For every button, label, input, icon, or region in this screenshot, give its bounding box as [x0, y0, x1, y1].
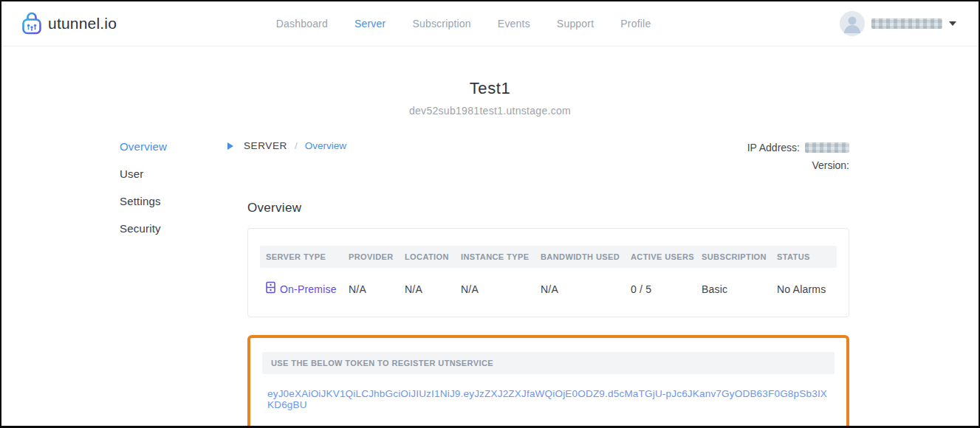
- nav-item-dashboard[interactable]: Dashboard: [276, 18, 328, 30]
- content-area: Overview User Settings Security SERVER /…: [1, 139, 979, 428]
- chevron-down-icon: [949, 21, 956, 26]
- nav-item-events[interactable]: Events: [498, 18, 530, 30]
- provider-value: N/A: [349, 283, 405, 295]
- col-server-type: SERVER TYPE: [266, 252, 349, 261]
- registration-token[interactable]: eyJ0eXAiOiJKV1QiLCJhbGciOiJIUzI1NiJ9.eyJ…: [262, 388, 835, 410]
- col-active-users: ACTIVE USERS: [631, 252, 702, 261]
- main-nav: Dashboard Server Subscription Events Sup…: [87, 18, 840, 30]
- ip-address-label: IP Address:: [747, 139, 800, 156]
- overview-heading: Overview: [247, 201, 849, 215]
- breadcrumb-current[interactable]: Overview: [305, 140, 346, 151]
- user-avatar: [840, 11, 865, 36]
- version-label: Version:: [812, 156, 849, 174]
- main-column: SERVER / Overview IP Address: Version: O…: [227, 139, 849, 428]
- sidebar-item-security[interactable]: Security: [120, 222, 227, 235]
- token-box-heading: USE THE BELOW TOKEN TO REGISTER UTNSERVI…: [262, 352, 835, 374]
- table-row: On-Premise N/A N/A N/A N/A 0 / 5 Basic N…: [260, 268, 837, 297]
- server-meta: IP Address: Version:: [747, 139, 849, 174]
- table-header-row: SERVER TYPE PROVIDER LOCATION INSTANCE T…: [260, 246, 837, 268]
- sidebar-item-settings[interactable]: Settings: [120, 195, 227, 207]
- breadcrumb: SERVER / Overview: [227, 139, 346, 151]
- nav-item-support[interactable]: Support: [557, 18, 594, 30]
- col-status: STATUS: [777, 252, 831, 261]
- utnservice-token-box: USE THE BELOW TOKEN TO REGISTER UTNSERVI…: [247, 335, 849, 428]
- page-head: Test1 dev52sub1981test1.utnstage.com: [1, 79, 979, 117]
- active-users-value: 0 / 5: [631, 283, 702, 295]
- utunnel-lock-icon: [21, 10, 43, 38]
- instance-type-value: N/A: [461, 283, 541, 295]
- breadcrumb-separator: /: [295, 140, 298, 151]
- sidebar-item-user[interactable]: User: [120, 168, 227, 180]
- app-window: utunnel.io Dashboard Server Subscription…: [0, 0, 980, 428]
- location-value: N/A: [405, 283, 461, 295]
- ip-address-redacted: [805, 142, 849, 153]
- bandwidth-used-value: N/A: [541, 283, 631, 295]
- col-subscription: SUBSCRIPTION: [702, 252, 777, 261]
- server-hostname: dev52sub1981test1.utnstage.com: [1, 105, 979, 117]
- on-premise-server-icon: [266, 281, 275, 297]
- top-navbar: utunnel.io Dashboard Server Subscription…: [1, 1, 979, 46]
- nav-item-server[interactable]: Server: [354, 18, 386, 30]
- nav-item-profile[interactable]: Profile: [620, 18, 651, 30]
- server-type-label: On-Premise: [280, 283, 337, 295]
- col-location: LOCATION: [405, 252, 461, 261]
- breadcrumb-arrow-icon: [227, 142, 233, 150]
- breadcrumb-section: SERVER: [244, 140, 287, 151]
- nav-item-subscription[interactable]: Subscription: [412, 18, 470, 30]
- server-sidebar: Overview User Settings Security: [120, 139, 227, 428]
- username-redacted: [871, 18, 942, 29]
- user-menu[interactable]: [840, 11, 956, 36]
- page-title: Test1: [1, 79, 979, 98]
- subscription-value: Basic: [702, 283, 777, 295]
- col-provider: PROVIDER: [349, 252, 405, 261]
- status-value: No Alarms: [777, 283, 831, 295]
- sidebar-item-overview[interactable]: Overview: [120, 140, 227, 153]
- server-type-value[interactable]: On-Premise: [266, 281, 349, 297]
- col-instance-type: INSTANCE TYPE: [461, 252, 541, 261]
- overview-card: SERVER TYPE PROVIDER LOCATION INSTANCE T…: [247, 228, 849, 317]
- col-bandwidth-used: BANDWIDTH USED: [541, 252, 631, 261]
